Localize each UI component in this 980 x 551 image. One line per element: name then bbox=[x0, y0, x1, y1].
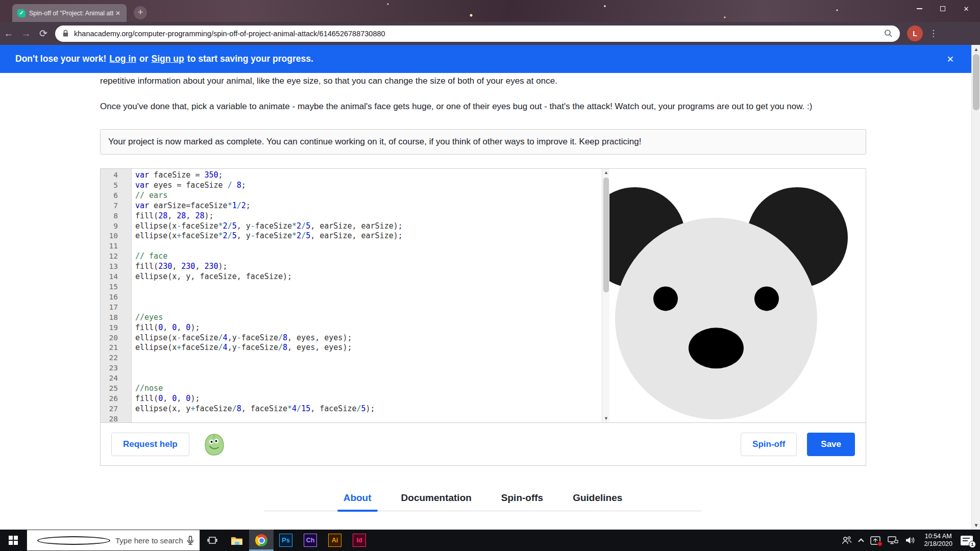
chrome-icon bbox=[255, 534, 267, 546]
window-close-button[interactable]: ✕ bbox=[954, 0, 978, 17]
illustrator-icon: Ai bbox=[328, 534, 341, 547]
page-scrollbar[interactable]: ▲ ▼ bbox=[971, 45, 980, 530]
microphone-icon[interactable] bbox=[186, 536, 194, 545]
scroll-up-icon[interactable]: ▲ bbox=[602, 169, 610, 177]
action-center-app-button[interactable] bbox=[870, 536, 880, 545]
program-editor-container: 4var faceSize = 350;5var eyes = faceSize… bbox=[100, 168, 866, 466]
editor-button-bar: Request help Spin-off Save bbox=[101, 423, 866, 465]
banner-text: Don't lose your work! bbox=[15, 54, 106, 64]
people-icon bbox=[842, 536, 852, 544]
code-editor[interactable]: 4var faceSize = 350;5var eyes = faceSize… bbox=[101, 169, 602, 422]
signup-link[interactable]: Sign up bbox=[152, 54, 184, 64]
notification-count-badge: 1 bbox=[969, 541, 976, 548]
browser-tab[interactable]: ✓ Spin-off of "Project: Animal attac ✕ bbox=[12, 4, 127, 22]
editor-scrollbar-thumb[interactable] bbox=[603, 178, 609, 292]
scroll-down-icon[interactable]: ▼ bbox=[602, 415, 610, 422]
taskbar-search-input[interactable]: Type here to search bbox=[27, 530, 200, 551]
zoom-icon[interactable] bbox=[884, 29, 893, 38]
scrollbar-down-icon[interactable]: ▼ bbox=[972, 521, 980, 530]
mascot-blob-icon bbox=[203, 432, 226, 457]
banner-close-icon[interactable]: ✕ bbox=[947, 54, 954, 64]
lock-icon bbox=[62, 30, 69, 37]
browser-menu-icon[interactable]: ⋮ bbox=[929, 28, 938, 39]
date-text: 2/18/2020 bbox=[924, 540, 952, 548]
indesign-icon: Id bbox=[353, 534, 366, 547]
nose bbox=[689, 328, 744, 368]
address-bar[interactable]: khanacademy.org/computer-programming/spi… bbox=[55, 26, 900, 42]
notification-badge-icon bbox=[877, 541, 883, 546]
login-link[interactable]: Log in bbox=[109, 54, 136, 64]
url-text: khanacademy.org/computer-programming/spi… bbox=[74, 30, 884, 38]
scrollbar-up-icon[interactable]: ▲ bbox=[972, 45, 980, 54]
face bbox=[615, 218, 817, 419]
indesign-button[interactable]: Id bbox=[347, 530, 372, 551]
program-canvas bbox=[609, 169, 866, 422]
right-eye bbox=[754, 287, 779, 311]
taskbar-clock[interactable]: 10:54 AM 2/18/2020 bbox=[924, 533, 952, 548]
browser-tabstrip: ✓ Spin-off of "Project: Animal attac ✕ +… bbox=[0, 0, 980, 22]
spin-off-button[interactable]: Spin-off bbox=[741, 433, 797, 456]
new-tab-button[interactable]: + bbox=[134, 6, 147, 19]
action-center-button[interactable]: 1 bbox=[961, 536, 973, 545]
browser-toolbar: ← → ⟳ khanacademy.org/computer-programmi… bbox=[0, 22, 980, 45]
illustrator-button[interactable]: Ai bbox=[323, 530, 347, 551]
project-description-line: repetitive information about your animal… bbox=[100, 74, 866, 87]
volume-button[interactable] bbox=[905, 536, 915, 544]
windows-taskbar: Type here to search Ps Ch Ai Id bbox=[0, 530, 980, 551]
chevron-up-icon bbox=[859, 538, 864, 544]
window-maximize-button[interactable] bbox=[931, 0, 954, 17]
window-minimize-button[interactable] bbox=[908, 0, 931, 17]
character-animator-button[interactable]: Ch bbox=[298, 530, 323, 551]
back-icon[interactable]: ← bbox=[0, 28, 17, 39]
network-button[interactable] bbox=[888, 536, 898, 544]
photoshop-button[interactable]: Ps bbox=[274, 530, 298, 551]
project-description-paragraph: Once you've done that, pick a variable t… bbox=[100, 100, 866, 113]
character-animator-icon: Ch bbox=[304, 534, 317, 547]
tray-expand-button[interactable] bbox=[859, 538, 863, 543]
tab-title: Spin-off of "Project: Animal attac bbox=[29, 10, 113, 17]
cortana-icon bbox=[37, 536, 110, 545]
network-icon bbox=[888, 536, 898, 544]
task-view-button[interactable] bbox=[200, 530, 225, 551]
windows-logo-icon bbox=[9, 536, 18, 545]
search-placeholder: Type here to search bbox=[115, 536, 186, 545]
login-banner: Don't lose your work! Log in or Sign up … bbox=[0, 45, 971, 73]
time-text: 10:54 AM bbox=[924, 533, 952, 540]
photoshop-icon: Ps bbox=[279, 534, 292, 547]
completion-notice: Your project is now marked as complete. … bbox=[100, 129, 866, 155]
profile-avatar[interactable]: L bbox=[907, 26, 923, 41]
volume-icon bbox=[905, 536, 915, 544]
folder-icon bbox=[231, 536, 243, 545]
tab-about[interactable]: About bbox=[344, 488, 372, 511]
tab-close-icon[interactable]: ✕ bbox=[113, 9, 122, 18]
chrome-taskbar-button[interactable] bbox=[249, 530, 274, 551]
people-button[interactable] bbox=[842, 536, 852, 544]
left-eye bbox=[653, 287, 678, 311]
page-scrollbar-thumb[interactable] bbox=[973, 54, 979, 110]
tab-documentation[interactable]: Documentation bbox=[401, 488, 472, 511]
tab-spin-offs[interactable]: Spin-offs bbox=[501, 488, 543, 511]
khan-academy-favicon-icon: ✓ bbox=[17, 9, 26, 17]
task-view-icon bbox=[207, 536, 217, 544]
project-tabs: About Documentation Spin-offs Guidelines bbox=[264, 488, 701, 511]
forward-icon[interactable]: → bbox=[17, 28, 35, 39]
refresh-icon[interactable]: ⟳ bbox=[35, 28, 52, 39]
editor-scrollbar[interactable]: ▲ ▼ bbox=[602, 169, 609, 422]
start-button[interactable] bbox=[0, 530, 27, 551]
request-help-button[interactable]: Request help bbox=[111, 433, 189, 456]
file-explorer-button[interactable] bbox=[225, 530, 249, 551]
panda-drawing bbox=[609, 169, 866, 422]
tab-guidelines[interactable]: Guidelines bbox=[573, 488, 622, 511]
save-button[interactable]: Save bbox=[807, 433, 855, 456]
